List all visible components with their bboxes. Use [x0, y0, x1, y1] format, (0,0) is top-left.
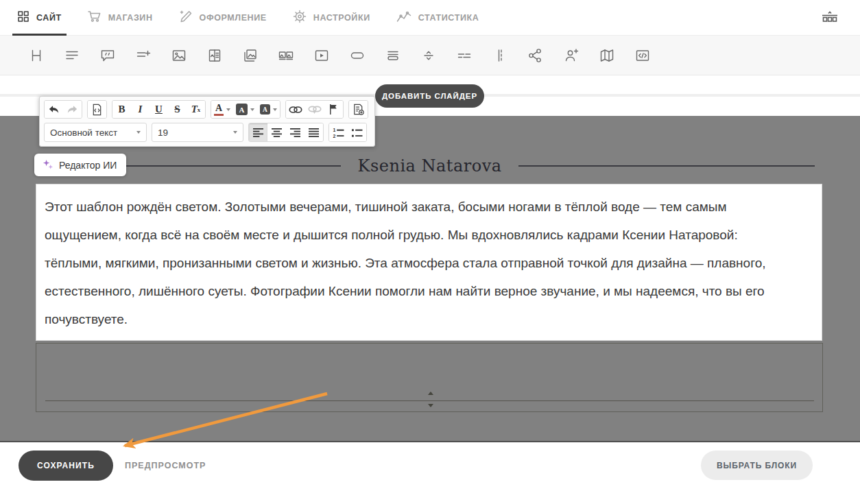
highlight-style-button[interactable]: A — [257, 101, 280, 118]
block-toolbar — [0, 36, 860, 75]
italic-button[interactable]: I — [131, 101, 150, 118]
brush-icon — [179, 10, 193, 26]
numbered-list-button[interactable]: 12 — [329, 123, 348, 141]
save-button[interactable]: СОХРАНИТЬ — [19, 451, 113, 481]
tab-design[interactable]: ОФОРМЛЕНИЕ — [179, 0, 267, 35]
top-navigation: САЙТ МАГАЗИН ОФОРМЛЕНИЕ НАСТРОЙКИ СТАТИС… — [0, 0, 860, 36]
text-block[interactable]: Этот шаблон рождён светом. Золотыми вече… — [36, 184, 822, 341]
grid-icon — [17, 10, 29, 25]
cart-icon — [88, 10, 101, 25]
insert-template-button[interactable] — [349, 101, 368, 118]
anchor-flag-button[interactable] — [324, 101, 343, 118]
resize-down-handle[interactable] — [428, 404, 433, 407]
text-color-button[interactable]: A — [211, 101, 233, 118]
ai-editor-label: Редактор ИИ — [59, 160, 117, 171]
footer-bar: СОХРАНИТЬ ПРЕДПРОСМОТР ВЫБРАТЬ БЛОКИ — [0, 442, 860, 504]
align-center-button[interactable] — [267, 123, 286, 141]
image-block-icon[interactable] — [171, 47, 187, 64]
align-left-button[interactable] — [249, 123, 267, 141]
video-block-icon[interactable] — [313, 47, 330, 64]
title-rule-right — [518, 165, 815, 167]
background-color-button[interactable]: A — [233, 101, 257, 118]
gallery-block-icon[interactable] — [242, 47, 259, 64]
svg-text:2: 2 — [333, 133, 336, 137]
editor-canvas: ДОБАВИТЬ СЛАЙДЕР B I U S Tx — [0, 75, 860, 442]
sparkles-icon — [42, 158, 53, 172]
page-title[interactable]: Ksenia Natarova — [357, 156, 501, 176]
toolbar-row-1: B I U S Tx A A A — [44, 100, 370, 119]
tab-site[interactable]: САЙТ — [17, 0, 62, 35]
tab-label: МАГАЗИН — [108, 13, 153, 23]
svg-text:1: 1 — [333, 128, 336, 132]
underline-button[interactable]: U — [150, 101, 168, 118]
block-divider-line — [45, 400, 814, 401]
button-block-icon[interactable] — [349, 47, 366, 64]
accordion-block-icon[interactable] — [385, 47, 401, 64]
remove-format-button[interactable]: Tx — [187, 101, 205, 118]
tab-statistics[interactable]: СТАТИСТИКА — [396, 0, 479, 35]
image-pair-block-icon[interactable] — [278, 47, 294, 64]
contact-form-block-icon[interactable] — [563, 47, 580, 64]
text-editor-toolbar: B I U S Tx A A A — [39, 96, 375, 147]
line-chart-icon — [396, 10, 411, 25]
chevron-down-icon — [233, 131, 237, 134]
bullet-list-button[interactable] — [348, 123, 366, 141]
text-block-paragraph: Этот шаблон рождён светом. Золотыми вече… — [36, 184, 822, 333]
gear-icon — [293, 10, 307, 26]
chevron-down-icon — [226, 108, 230, 111]
resize-up-handle[interactable] — [428, 392, 433, 395]
justify-button[interactable] — [304, 123, 323, 141]
tab-settings[interactable]: НАСТРОЙКИ — [293, 0, 370, 35]
tab-shop[interactable]: МАГАЗИН — [88, 0, 153, 35]
link-button[interactable] — [286, 101, 305, 118]
vertical-divider-block-icon[interactable] — [492, 47, 508, 64]
unlink-button[interactable] — [305, 101, 324, 118]
html-code-block-icon[interactable] — [634, 47, 651, 64]
toolbar-row-2: Основной текст 19 12 — [44, 123, 370, 142]
map-block-icon[interactable] — [599, 47, 615, 64]
ai-editor-button[interactable]: Редактор ИИ — [34, 154, 126, 176]
chevron-down-icon — [273, 108, 277, 111]
main-tabs: САЙТ МАГАЗИН ОФОРМЛЕНИЕ НАСТРОЙКИ СТАТИС… — [17, 0, 479, 35]
quote-block-icon[interactable] — [99, 47, 116, 64]
section-title-row: Ksenia Natarova — [45, 155, 815, 177]
share-block-icon[interactable] — [527, 47, 544, 64]
control-panel-icon[interactable] — [818, 9, 841, 27]
paragraph-format-select[interactable]: Основной текст — [44, 123, 147, 142]
image-with-text-block-icon[interactable] — [206, 47, 223, 64]
align-right-button[interactable] — [286, 123, 304, 141]
bold-button[interactable]: B — [112, 101, 131, 118]
font-size-select[interactable]: 19 — [152, 123, 243, 142]
empty-block[interactable] — [36, 343, 823, 412]
color-bar — [214, 114, 224, 116]
chevron-down-icon — [250, 108, 254, 111]
divider-block-icon[interactable] — [456, 47, 473, 64]
tab-label: САЙТ — [36, 13, 62, 23]
preview-button[interactable]: ПРЕДПРОСМОТР — [125, 451, 206, 481]
text-block-icon[interactable] — [64, 47, 80, 64]
heading-block-icon[interactable] — [28, 47, 45, 64]
site-builder-screen: САЙТ МАГАЗИН ОФОРМЛЕНИЕ НАСТРОЙКИ СТАТИС… — [0, 0, 860, 504]
redo-button[interactable] — [63, 101, 82, 118]
tab-label: НАСТРОЙКИ — [313, 13, 370, 23]
add-slider-button[interactable]: ДОБАВИТЬ СЛАЙДЕР — [375, 84, 484, 108]
tab-label: СТАТИСТИКА — [418, 13, 479, 23]
tab-label: ОФОРМЛЕНИЕ — [200, 13, 267, 23]
add-text-block-icon[interactable] — [135, 47, 152, 64]
select-blocks-button[interactable]: ВЫБРАТЬ БЛОКИ — [701, 451, 813, 480]
undo-button[interactable] — [45, 101, 63, 118]
chevron-down-icon — [136, 131, 141, 134]
source-code-button[interactable] — [88, 101, 106, 118]
vertical-spacer-block-icon[interactable] — [420, 47, 437, 64]
strikethrough-button[interactable]: S — [168, 101, 187, 118]
